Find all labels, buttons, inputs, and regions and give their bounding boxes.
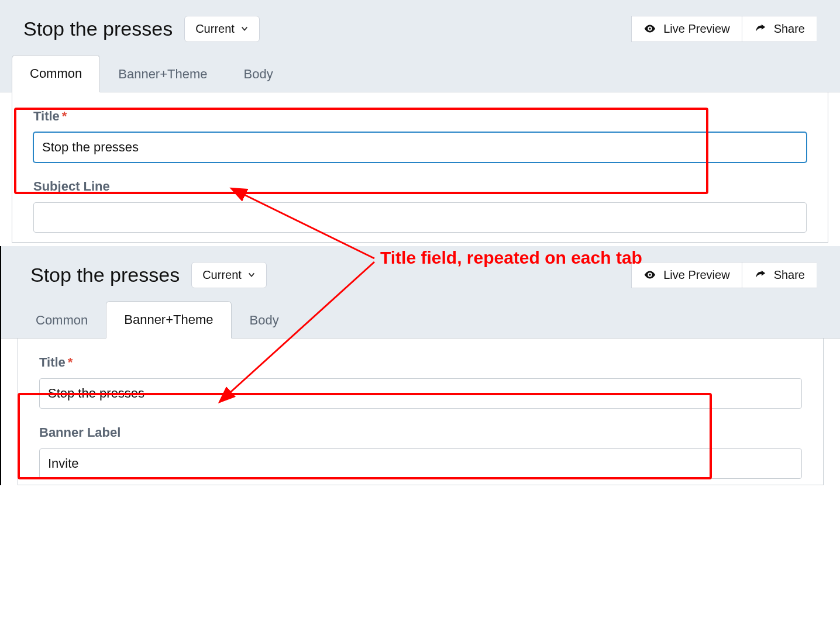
subject-line-input[interactable]	[33, 202, 807, 233]
live-preview-label: Live Preview	[663, 22, 729, 36]
svg-point-0	[649, 27, 651, 30]
live-preview-label: Live Preview	[663, 268, 729, 282]
tab-banner-theme[interactable]: Banner+Theme	[100, 56, 225, 92]
tab-banner-theme[interactable]: Banner+Theme	[106, 301, 231, 339]
share-icon	[754, 22, 767, 35]
share-button[interactable]: Share	[742, 262, 817, 288]
share-button[interactable]: Share	[742, 16, 817, 42]
title-field-group: Title*	[29, 355, 813, 409]
tab-body[interactable]: Body	[232, 302, 297, 339]
eye-icon	[643, 22, 656, 35]
banner-label-input[interactable]	[39, 448, 802, 479]
share-label: Share	[774, 22, 805, 36]
title-label: Title*	[33, 109, 807, 124]
header-actions: Live Preview Share	[631, 16, 817, 42]
header-bar: Stop the presses Current Live Preview Sh…	[1, 246, 840, 293]
editor-panel-common: Stop the presses Current Live Preview Sh…	[0, 0, 840, 243]
title-input[interactable]	[33, 132, 807, 163]
eye-icon	[643, 268, 656, 281]
editor-panel-banner-theme: Stop the presses Current Live Preview Sh…	[0, 246, 840, 485]
svg-point-1	[649, 274, 651, 276]
tab-common[interactable]: Common	[12, 55, 100, 92]
title-field-group: Title*	[23, 109, 817, 163]
tab-common[interactable]: Common	[18, 302, 106, 339]
live-preview-button[interactable]: Live Preview	[631, 16, 742, 42]
title-input[interactable]	[39, 378, 802, 409]
required-asterisk-icon: *	[62, 109, 67, 123]
version-dropdown-label: Current	[202, 268, 242, 282]
page-title: Stop the presses	[23, 18, 173, 40]
banner-label-label: Banner Label	[39, 425, 802, 440]
title-label: Title*	[39, 355, 802, 370]
page-title: Stop the presses	[30, 264, 180, 286]
version-dropdown[interactable]: Current	[191, 262, 267, 288]
tabs-row: Common Banner+Theme Body	[0, 47, 840, 92]
required-asterisk-icon: *	[68, 355, 73, 369]
subject-field-group: Subject Line	[23, 179, 817, 233]
form-area: Title* Subject Line	[12, 92, 828, 243]
tab-body[interactable]: Body	[226, 56, 291, 92]
share-icon	[754, 268, 767, 281]
live-preview-button[interactable]: Live Preview	[631, 262, 742, 288]
header-bar: Stop the presses Current Live Preview Sh…	[0, 0, 840, 47]
version-dropdown[interactable]: Current	[184, 16, 260, 42]
chevron-down-icon	[240, 25, 249, 33]
subject-line-label: Subject Line	[33, 179, 807, 194]
banner-label-field-group: Banner Label	[29, 425, 813, 479]
share-label: Share	[774, 268, 805, 282]
tabs-row: Common Banner+Theme Body	[1, 293, 840, 339]
version-dropdown-label: Current	[195, 22, 235, 36]
form-area: Title* Banner Label	[18, 339, 824, 485]
header-actions: Live Preview Share	[631, 262, 817, 288]
chevron-down-icon	[247, 271, 256, 279]
